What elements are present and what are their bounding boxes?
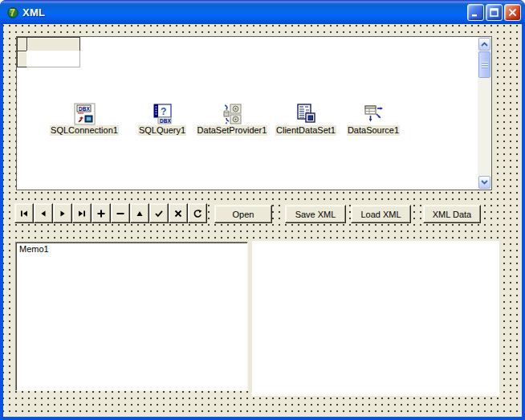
nav-post-button[interactable]: [149, 203, 169, 223]
save-xml-button[interactable]: Save XML: [285, 205, 346, 223]
nav-prior-button[interactable]: [34, 203, 53, 223]
minimize-button[interactable]: [467, 4, 484, 21]
nav-refresh-button[interactable]: [188, 203, 207, 223]
insert-record-icon: [96, 209, 106, 218]
maximize-icon: [489, 7, 499, 18]
component-label: DataSource1: [347, 125, 400, 136]
right-panel[interactable]: [252, 241, 499, 396]
form-canvas: DBX SQLConnection1 ?: [3, 24, 522, 417]
component-sqlconnection1[interactable]: DBX SQLConnection1: [40, 103, 128, 136]
minimize-icon: [470, 7, 481, 18]
svg-text:7: 7: [10, 7, 15, 18]
cancel-edit-icon: [173, 209, 183, 218]
component-label: SQLConnection1: [50, 125, 119, 136]
svg-text:DBX: DBX: [160, 118, 171, 124]
refresh-icon: [193, 209, 202, 218]
open-button[interactable]: Open: [214, 205, 272, 223]
svg-text:DBX: DBX: [79, 106, 90, 112]
prior-record-icon: [39, 209, 48, 218]
nav-cancel-button[interactable]: [169, 203, 188, 223]
component-label: DataSetProvider1: [197, 125, 268, 136]
nav-insert-button[interactable]: [92, 203, 111, 223]
delete-record-icon: [116, 209, 125, 218]
grid-data-cell: [26, 51, 80, 67]
last-record-icon: [77, 209, 87, 218]
nav-first-button[interactable]: [14, 203, 34, 223]
nav-delete-button[interactable]: [111, 203, 130, 223]
caption-buttons: [467, 4, 521, 21]
component-label: ClientDataSet1: [275, 125, 336, 136]
nav-edit-button[interactable]: [130, 203, 149, 223]
first-record-icon: [19, 209, 29, 218]
delphi-7-icon: 7: [6, 6, 19, 18]
component-datasource1[interactable]: DataSource1: [329, 103, 417, 136]
clientdataset-icon: [295, 103, 317, 125]
datasetprovider-icon: [222, 103, 243, 125]
edit-record-icon: [135, 209, 144, 218]
component-label: SQLQuery1: [138, 125, 186, 136]
db-navigator: [14, 203, 207, 223]
datasource-icon: [363, 103, 385, 125]
vertical-scrollbar[interactable]: [478, 37, 491, 190]
sqlquery-icon: ? DBX: [152, 103, 173, 125]
titlebar[interactable]: 7 XML: [0, 0, 525, 24]
nav-next-button[interactable]: [53, 203, 72, 223]
load-xml-button[interactable]: Load XML: [351, 205, 411, 223]
chevron-down-icon: [481, 180, 488, 185]
chevron-up-icon: [481, 42, 488, 47]
window: 7 XML: [0, 0, 525, 420]
maximize-button[interactable]: [486, 4, 503, 21]
svg-text:?: ?: [161, 106, 166, 117]
xml-data-button[interactable]: XML Data: [423, 205, 481, 223]
dbgrid[interactable]: DBX SQLConnection1 ?: [16, 36, 492, 190]
scroll-down-button[interactable]: [478, 176, 490, 189]
close-button[interactable]: [504, 4, 521, 21]
next-record-icon: [58, 209, 67, 218]
post-edit-icon: [154, 209, 164, 218]
scroll-up-button[interactable]: [478, 38, 490, 51]
grid-column-header-cell: [26, 37, 80, 51]
close-icon: [507, 7, 518, 18]
scroll-thumb[interactable]: [478, 51, 490, 78]
window-title: XML: [22, 6, 45, 18]
sqlconnection-icon: DBX: [74, 103, 96, 125]
memo-input[interactable]: Memo1: [15, 242, 248, 391]
memo-text: Memo1: [19, 244, 49, 254]
nav-last-button[interactable]: [72, 203, 92, 223]
